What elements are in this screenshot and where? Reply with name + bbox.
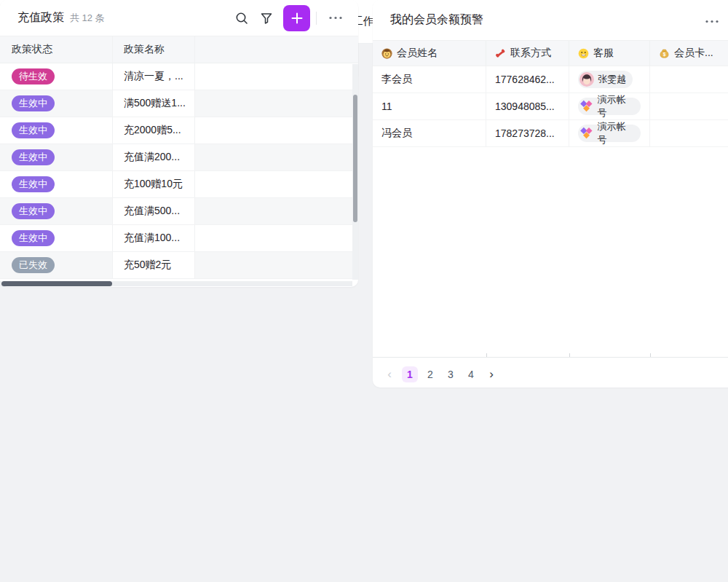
- balance-row-2[interactable]: 11 130948085... 演示帐号 0: [373, 93, 728, 120]
- status-badge: 生效中: [12, 203, 55, 219]
- more-menu-icon[interactable]: [323, 6, 348, 31]
- moneybag-emoji-icon: $: [659, 48, 670, 59]
- column-tick: [650, 353, 651, 357]
- demo-logo: [579, 99, 593, 114]
- member-name: 李会员: [373, 66, 486, 93]
- policy-name: 满500赠送1...: [113, 90, 195, 117]
- status-badge: 生效中: [12, 122, 55, 138]
- policy-name: 充值满500...: [113, 198, 195, 224]
- member-name: 冯会员: [373, 120, 486, 146]
- agent-cell: 演示帐号: [569, 93, 650, 119]
- agent-cell: 演示帐号: [569, 120, 650, 146]
- smiley-emoji-icon: [578, 48, 589, 59]
- policy-row-2[interactable]: 生效中 满500赠送1...: [0, 90, 358, 117]
- policy-name: 充值满200...: [113, 144, 195, 170]
- table-bottom-border: [373, 357, 728, 358]
- recharge-policy-count: 共 12 条: [70, 12, 105, 25]
- header-filler: [195, 36, 358, 63]
- svg-text:$: $: [663, 51, 666, 57]
- agent-name: 演示帐号: [597, 93, 634, 119]
- agent-pill: 张雯越: [578, 71, 633, 88]
- woman-emoji-icon: [381, 48, 392, 59]
- column-member-card: $ 会员卡...: [650, 41, 728, 66]
- agent-cell: 张雯越: [569, 66, 650, 93]
- pagination-page-2[interactable]: 2: [422, 366, 438, 382]
- policy-name: 充50赠2元: [113, 252, 195, 278]
- policy-row-3[interactable]: 生效中 充2000赠5...: [0, 117, 358, 144]
- pagination-page-3[interactable]: 3: [443, 366, 459, 382]
- member-balance: 0: [650, 93, 728, 119]
- agent-pill: 演示帐号: [578, 125, 641, 142]
- status-badge: 已失效: [12, 257, 55, 273]
- policy-row-1[interactable]: 待生效 清凉一夏，...: [0, 63, 358, 90]
- member-phone: 177628462...: [486, 66, 569, 93]
- horizontal-scrollbar[interactable]: [1, 281, 112, 286]
- column-policy-status: 政策状态: [0, 36, 113, 63]
- policy-name: 充100赠10元: [113, 171, 195, 197]
- pagination-next-icon[interactable]: ›: [483, 367, 499, 382]
- balance-row-3[interactable]: 冯会员 178273728... 演示帐号 0: [373, 120, 728, 147]
- agent-name: 张雯越: [598, 73, 626, 86]
- status-badge: 生效中: [12, 176, 55, 192]
- pagination-page-4[interactable]: 4: [463, 366, 479, 382]
- column-policy-name: 政策名称: [113, 36, 195, 63]
- policy-row-5[interactable]: 生效中 充100赠10元: [0, 171, 358, 198]
- policy-name: 充2000赠5...: [113, 117, 195, 143]
- girl-avatar: [579, 72, 594, 87]
- status-badge: 生效中: [12, 149, 55, 165]
- pagination-page-1[interactable]: 1: [402, 366, 418, 382]
- recharge-policy-title: 充值政策: [17, 10, 64, 25]
- balance-table-header: 会员姓名 联系方式 客服 $ 会员卡...: [373, 40, 728, 66]
- status-badge: 生效中: [12, 95, 55, 111]
- plus-icon: [290, 12, 304, 25]
- column-tick: [486, 353, 487, 357]
- balance-row-1[interactable]: 李会员 177628462... 张雯越 0: [373, 66, 728, 93]
- member-name: 11: [373, 93, 486, 119]
- column-tick: [569, 353, 570, 357]
- status-badge: 待生效: [12, 68, 55, 84]
- column-member-name: 会员姓名: [373, 41, 486, 66]
- search-icon[interactable]: [229, 6, 254, 31]
- column-agent: 客服: [569, 41, 650, 66]
- policy-table-header: 政策状态 政策名称: [0, 36, 358, 63]
- member-phone: 130948085...: [486, 93, 569, 119]
- pagination-prev-icon[interactable]: ‹: [381, 367, 397, 382]
- status-badge: 生效中: [12, 230, 55, 246]
- member-phone: 178273728...: [486, 120, 569, 146]
- agent-pill: 演示帐号: [578, 98, 641, 115]
- column-contact: 联系方式: [486, 41, 569, 66]
- balance-alert-title: 我的会员余额预警: [390, 12, 483, 28]
- policy-row-6[interactable]: 生效中 充值满500...: [0, 198, 358, 225]
- filter-icon[interactable]: [254, 6, 279, 31]
- phone-emoji-icon: [495, 48, 506, 59]
- vertical-scrollbar[interactable]: [353, 95, 357, 222]
- policy-name: 充值满100...: [113, 225, 195, 251]
- demo-logo: [579, 126, 593, 141]
- more-menu-icon[interactable]: [705, 17, 721, 25]
- policy-name: 清凉一夏，...: [113, 63, 195, 90]
- balance-alert-card: 我的会员余额预警 会员姓名 联系方式 客服 $ 会员卡...: [373, 0, 728, 388]
- policy-row-7[interactable]: 生效中 充值满100...: [0, 225, 358, 252]
- pagination: ‹ 1 2 3 4 ›: [381, 366, 499, 382]
- policy-row-4[interactable]: 生效中 充值满200...: [0, 144, 358, 171]
- policy-row-8[interactable]: 已失效 充50赠2元: [0, 252, 358, 279]
- member-balance: 0: [650, 120, 728, 146]
- agent-name: 演示帐号: [597, 120, 634, 146]
- recharge-policy-card: 充值政策 共 12 条 政策状态 政策名称: [0, 0, 358, 287]
- member-balance: 0: [650, 66, 728, 93]
- customer-service-workbench: 客服工作台 快速添加 会员信息 充值记录 消费: [0, 0, 728, 582]
- add-record-button[interactable]: [283, 5, 310, 31]
- toolbar-divider: [316, 12, 317, 25]
